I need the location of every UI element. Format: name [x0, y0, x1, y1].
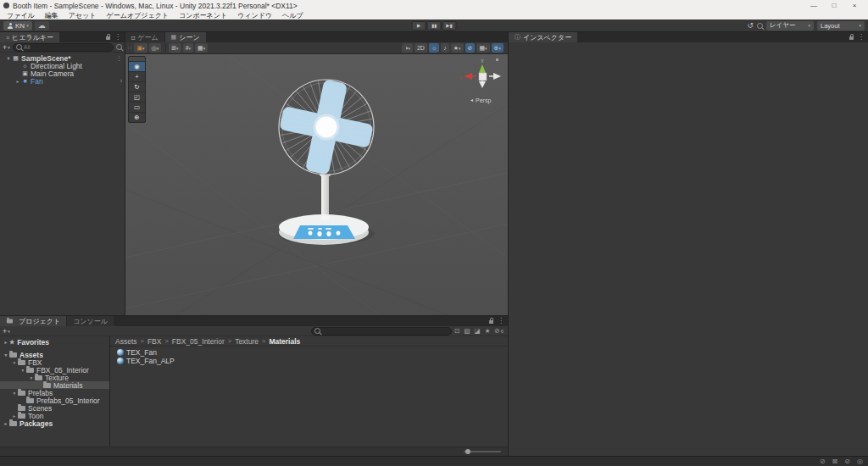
close-button[interactable]: ×	[844, 0, 865, 11]
menu-item-m3[interactable]: ゲームオブジェクト	[102, 11, 175, 20]
create-button[interactable]: +▾	[3, 43, 10, 52]
search-by-type-icon[interactable]: ⊡	[454, 327, 459, 335]
grid-snapping-button[interactable]: ⊞▾	[169, 43, 181, 53]
expand-arrow-icon[interactable]: ▸	[3, 340, 9, 345]
tool-settings-button[interactable]: ▣▾	[134, 43, 147, 53]
expand-arrow-icon[interactable]: ▼	[5, 56, 12, 61]
expand-arrow-icon[interactable]: ▸	[14, 79, 21, 84]
save-search-icon[interactable]: ★	[485, 327, 491, 335]
console-error-icon[interactable]: ⊘	[844, 458, 850, 465]
pause-button[interactable]: ▮▮	[427, 21, 442, 31]
folder-item-packages[interactable]: ▸Packages	[0, 419, 109, 427]
snap-settings-button[interactable]: ▦▾	[195, 43, 208, 53]
play-button[interactable]: ▶	[412, 21, 426, 31]
hidden-packages-icon[interactable]: ⊘6	[494, 327, 504, 335]
menu-item-m0[interactable]: ファイル	[2, 11, 40, 20]
maximize-button[interactable]: □	[824, 0, 844, 11]
tab-game[interactable]: ◘ゲーム	[125, 32, 164, 42]
tab-console[interactable]: コンソール	[67, 316, 114, 326]
tab-hierarchy[interactable]: ≡ ヒエラルキー	[0, 32, 59, 42]
layers-dropdown[interactable]: レイヤー ▾	[766, 21, 814, 31]
gizmos-toggle[interactable]: ⊕▾	[492, 43, 504, 53]
folder-item-assets[interactable]: ▾Assets	[0, 351, 109, 358]
zoom-slider-knob[interactable]	[465, 449, 470, 454]
rotate-tool[interactable]: ↻	[129, 82, 145, 92]
transform-tool[interactable]: ⊕	[129, 113, 145, 122]
increment-snap-button[interactable]: #▾	[183, 43, 193, 53]
lock-icon[interactable]	[106, 36, 110, 40]
move-tool[interactable]: +	[129, 72, 145, 82]
lighting-toggle[interactable]: ☼	[429, 43, 439, 53]
scene-viewport[interactable]: y x ◄ Persp ◉+↻◰▭⊕	[125, 54, 508, 315]
kebab-menu-icon[interactable]: ⋮	[498, 318, 504, 325]
tab-inspector[interactable]: ⓘ インスペクター	[509, 32, 577, 42]
view-tool[interactable]: ◉	[129, 62, 145, 72]
expand-arrow-icon[interactable]: ▾	[19, 368, 26, 373]
draw-mode-button[interactable]: ◑▾	[402, 43, 413, 53]
pivot-orientation-button[interactable]: ◎▾	[149, 43, 162, 53]
grid-visibility-button[interactable]: ▦▾	[476, 43, 489, 53]
chevron-right-icon[interactable]: ›	[120, 78, 122, 84]
2d-toggle[interactable]: 2D	[415, 43, 427, 53]
lock-icon[interactable]	[489, 320, 493, 324]
expand-arrow-icon[interactable]: ▾	[28, 375, 35, 380]
asset-item-tex-fan-alp[interactable]: TEX_Fan_ALP	[110, 357, 508, 365]
menu-item-m5[interactable]: ウィンドウ	[232, 11, 277, 20]
kebab-menu-icon[interactable]: ⋮	[858, 34, 865, 41]
layout-dropdown[interactable]: Layout ▾	[817, 21, 865, 31]
hierarchy-item-main-camera[interactable]: ▣Main Camera	[0, 69, 125, 77]
overlay-menu-icon[interactable]	[496, 58, 498, 61]
account-button[interactable]: KN ▾	[3, 21, 32, 31]
search-by-label-icon[interactable]: ◪	[475, 327, 481, 335]
hierarchy-search-field[interactable]	[13, 43, 114, 52]
scale-tool[interactable]: ◰	[129, 92, 145, 103]
menu-item-m2[interactable]: アセット	[64, 11, 102, 20]
kebab-menu-icon[interactable]: ⋮	[114, 34, 121, 41]
expand-arrow-icon[interactable]: ▾	[11, 360, 18, 365]
search-icon[interactable]	[757, 23, 763, 29]
breadcrumb-item-fbx[interactable]: FBX	[147, 337, 162, 346]
kebab-menu-icon[interactable]: ⋮	[116, 55, 122, 62]
hierarchy-item-fan[interactable]: ▸■Fan›	[0, 77, 125, 85]
console-warning-icon[interactable]: ⊠	[832, 458, 838, 465]
create-button[interactable]: +▾	[3, 327, 10, 336]
breadcrumb-item-materials[interactable]: Materials	[269, 337, 300, 346]
menu-item-m1[interactable]: 編集	[40, 11, 64, 20]
breadcrumb-item-texture[interactable]: Texture	[235, 337, 259, 346]
folder-item-toon[interactable]: ▸Toon	[0, 412, 109, 419]
overlay-drag-handle[interactable]: ∷	[128, 45, 131, 52]
expand-arrow-icon[interactable]: ▾	[3, 352, 9, 358]
hierarchy-search-input[interactable]	[24, 44, 110, 50]
project-search-input[interactable]	[322, 328, 448, 334]
step-button[interactable]: ▶▮	[442, 21, 457, 31]
expand-arrow-icon[interactable]: ▸	[3, 421, 9, 426]
asset-item-tex-fan[interactable]: TEX_Fan	[110, 348, 508, 357]
scene-visibility-toggle[interactable]: ⊘	[465, 43, 476, 53]
menu-item-m4[interactable]: コンポーネント	[174, 11, 232, 20]
breadcrumb-item-fbx-05-interior[interactable]: FBX_05_Interior	[172, 337, 225, 346]
tab-scene[interactable]: ▦シーン	[165, 32, 206, 42]
search-by-package-icon[interactable]: ▧	[464, 327, 470, 335]
console-message-icon[interactable]: ⊘	[820, 458, 826, 465]
lock-icon[interactable]	[849, 36, 854, 40]
minimize-button[interactable]: —	[804, 0, 824, 11]
audio-toggle[interactable]: ♪	[441, 43, 449, 53]
folder-item-favorites[interactable]: ▸★Favorites	[0, 338, 109, 346]
folder-item-prefabs-05-interior[interactable]: Prefabs_05_Interior	[0, 397, 109, 404]
effects-button[interactable]: ★▾	[451, 43, 464, 53]
cloud-button[interactable]: ☁	[35, 21, 49, 31]
expand-arrow-icon[interactable]: ▾	[11, 391, 18, 396]
tab-project[interactable]: プロジェクト	[0, 316, 66, 326]
undo-history-button[interactable]: ↺	[747, 21, 754, 30]
project-search-field[interactable]	[311, 327, 452, 336]
menu-item-m6[interactable]: ヘルプ	[277, 11, 309, 20]
expand-arrow-icon[interactable]: ▸	[11, 413, 18, 419]
breadcrumb-item-assets[interactable]: Assets	[115, 337, 137, 346]
folder-item-scenes[interactable]: Scenes	[0, 404, 109, 412]
persp-label[interactable]: Persp	[476, 97, 491, 104]
rect-tool[interactable]: ▭	[129, 103, 145, 113]
search-filter-icon[interactable]	[116, 44, 122, 50]
zoom-slider[interactable]	[464, 451, 501, 452]
folder-item-materials[interactable]: Materials	[0, 381, 109, 389]
background-tasks-icon[interactable]: ◎	[857, 458, 863, 465]
